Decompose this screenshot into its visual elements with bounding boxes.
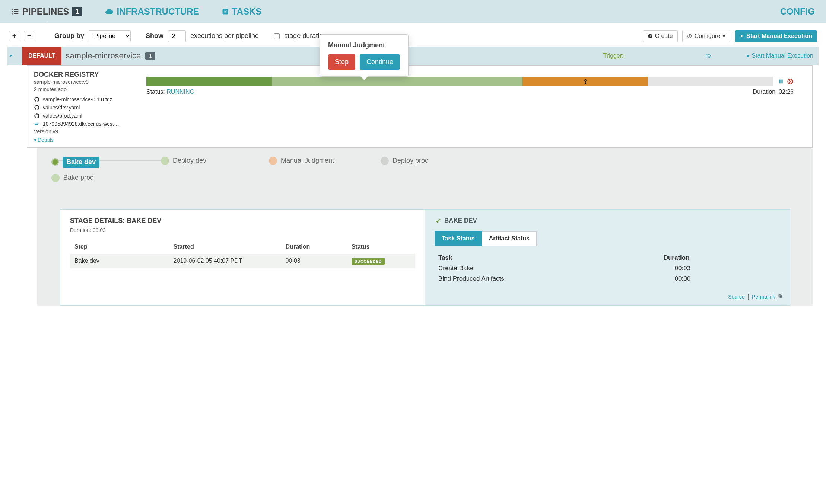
top-tabs: PIPELINES 1 INFRASTRUCTURE TASKS CONFIG [0, 0, 826, 23]
toolbar: + − Group by Pipeline Show executions pe… [0, 23, 826, 47]
artifact-item: values/prod.yaml [34, 112, 806, 120]
duration-value: 02:26 [779, 89, 794, 95]
right-title: BAKE DEV [435, 217, 780, 224]
stage-node-deploy-prod[interactable]: Deploy prod [381, 157, 429, 165]
stage-durations-checkbox[interactable] [274, 33, 280, 39]
details-toggle[interactable]: ▾ Details [34, 137, 54, 143]
github-icon [34, 96, 40, 102]
popover-title: Manual Judgment [328, 41, 400, 49]
dot-icon [51, 174, 60, 182]
stage-bar-bake-dev[interactable] [146, 77, 272, 86]
remove-button[interactable]: − [24, 31, 34, 41]
svg-rect-12 [36, 122, 36, 123]
pause-button[interactable] [778, 79, 784, 84]
artifact-item: values/dev.yaml [34, 103, 806, 112]
stage-details-right: BAKE DEV Task Status Artifact Status Tas… [425, 210, 790, 305]
start-manual-execution-button[interactable]: Start Manual Execution [735, 30, 817, 42]
configure-button[interactable]: Configure ▾ [682, 30, 730, 42]
status-label: Status: RUNNING [146, 89, 194, 95]
tab-task-status[interactable]: Task Status [435, 231, 482, 246]
gear-icon [687, 34, 692, 39]
step-row[interactable]: Bake dev 2019-06-02 05:40:07 PDT 00:03 S… [70, 254, 415, 268]
stop-button[interactable]: Stop [328, 54, 355, 70]
step-name: Bake dev [74, 258, 174, 265]
pipeline-configure-link[interactable]: re [623, 52, 716, 59]
svg-rect-14 [779, 80, 780, 84]
groupby-select[interactable]: Pipeline [89, 30, 131, 42]
svg-point-4 [12, 11, 13, 12]
dot-icon [269, 157, 277, 165]
stage-bar-deploy-prod[interactable] [648, 77, 773, 86]
stage-details-card: STAGE DETAILS: BAKE DEV Duration: 00:03 … [60, 209, 790, 306]
chevron-down-icon: ▾ [34, 137, 36, 143]
list-icon [11, 7, 19, 16]
stages-graph: Bake dev Deploy dev Manual Judgment Depl… [37, 148, 813, 306]
pipeline-count: 1 [145, 52, 155, 60]
source-link[interactable]: Source [728, 294, 744, 300]
stage-details-left: STAGE DETAILS: BAKE DEV Duration: 00:03 … [60, 210, 425, 305]
cloud-icon [105, 7, 114, 16]
github-icon [34, 105, 40, 111]
stage-label: Manual Judgment [281, 157, 334, 165]
tab-pipelines[interactable]: PIPELINES 1 [0, 0, 93, 23]
stage-label: Deploy dev [173, 157, 206, 165]
execution-progress [146, 77, 794, 86]
stage-node-bake-dev[interactable]: Bake dev [51, 157, 99, 168]
tab-pipelines-label: PIPELINES [22, 6, 69, 17]
tab-pipelines-count: 1 [72, 7, 82, 16]
pipeline-header: DEFAULT sample-microservice 1 Trigger: r… [7, 47, 819, 65]
artifact-item: sample-microservice-0.1.0.tgz [34, 95, 806, 103]
pipeline-name[interactable]: sample-microservice [61, 51, 146, 61]
step-started: 2019-06-02 05:40:07 PDT [174, 258, 286, 265]
play-icon [746, 54, 750, 58]
stage-node-bake-prod[interactable]: Bake prod [51, 174, 94, 182]
tab-artifact-status[interactable]: Artifact Status [482, 231, 537, 246]
stage-label: Deploy prod [393, 157, 429, 165]
stage-node-manual-judgment[interactable]: Manual Judgment [269, 157, 334, 165]
duration-label: Duration: 02:26 [753, 89, 794, 95]
permalink-link[interactable]: Permalink [752, 294, 775, 300]
tab-tasks-label: TASKS [232, 6, 262, 17]
stage-bar-deploy-dev[interactable] [272, 77, 397, 86]
version-row: Version v9 [34, 128, 806, 135]
dot-icon [381, 157, 389, 165]
svg-rect-17 [779, 295, 782, 298]
svg-point-5 [12, 13, 13, 14]
execution-card: DOCKER REGISTRY sample-microservice:v9 2… [27, 65, 813, 148]
copy-icon[interactable] [778, 294, 783, 299]
cancel-button[interactable] [787, 78, 794, 85]
executions-per-label: executions per pipeline [190, 32, 259, 40]
continue-button[interactable]: Continue [360, 54, 400, 70]
stage-label: Bake dev [63, 157, 99, 168]
stage-details-title: STAGE DETAILS: BAKE DEV [70, 217, 415, 225]
groupby-label: Group by [54, 32, 84, 40]
person-icon [582, 79, 588, 84]
task-row: Create Bake 00:03 [435, 263, 780, 274]
tab-infrastructure[interactable]: INFRASTRUCTURE [93, 0, 210, 23]
collapse-toggle[interactable] [7, 52, 22, 59]
play-icon [740, 34, 744, 38]
pipeline-start-manual-link[interactable]: Start Manual Execution [716, 52, 819, 59]
footer-links: Source | Permalink [728, 294, 783, 300]
show-count-input[interactable] [168, 30, 186, 42]
task-row: Bind Produced Artifacts 00:00 [435, 274, 780, 284]
tab-config-label: CONFIG [780, 6, 815, 16]
status-badge: SUCCEEDED [352, 258, 385, 265]
create-button[interactable]: Create [643, 30, 678, 42]
default-badge: DEFAULT [22, 47, 61, 65]
svg-point-3 [12, 9, 13, 10]
tab-config[interactable]: CONFIG [780, 6, 826, 17]
stage-label: Bake prod [63, 174, 94, 182]
tab-infrastructure-label: INFRASTRUCTURE [117, 6, 199, 17]
step-duration: 00:03 [286, 258, 352, 265]
tab-tasks[interactable]: TASKS [210, 0, 273, 23]
svg-point-13 [585, 79, 586, 80]
stage-node-deploy-dev[interactable]: Deploy dev [161, 157, 206, 165]
caret-down-icon: ▾ [722, 32, 725, 39]
add-button[interactable]: + [9, 31, 19, 41]
show-label: Show [146, 32, 163, 40]
stage-bar-manual-judgment[interactable] [522, 77, 648, 86]
svg-rect-15 [781, 80, 782, 84]
stage-bar-bake-prod[interactable] [397, 77, 523, 86]
triggers-link[interactable]: Trigger: [603, 52, 624, 59]
